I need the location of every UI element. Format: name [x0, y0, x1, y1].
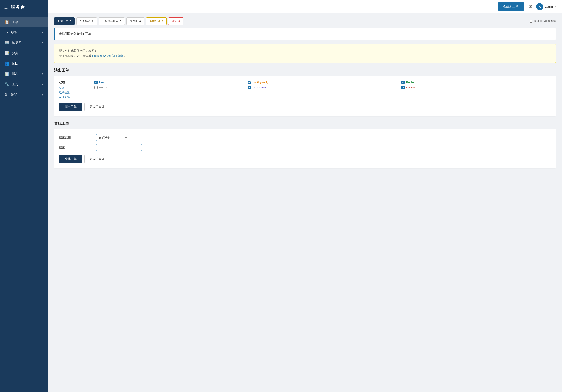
checkbox-inprogress[interactable] — [248, 86, 251, 89]
sidebar-item-templates[interactable]: 🗂 模板 ▾ — [0, 27, 48, 37]
sidebar-arrow-templates: ▾ — [42, 31, 43, 34]
mail-icon[interactable]: ✉ — [528, 4, 532, 9]
sidebar-label-reports: 报表 — [12, 72, 18, 76]
sidebar-item-left-settings: ⚙ 设置 — [5, 92, 17, 97]
welcome-after-link: 。 — [124, 54, 127, 58]
filter-tab-overdue[interactable]: 逾期 0 — [168, 17, 183, 25]
search-tickets-panel: 搜索范围 跟踪号码邮件名字主题消息 搜索 查找工单 更多的选择 — [54, 129, 556, 168]
search-input[interactable] — [96, 144, 142, 151]
status-checkbox-item-waiting[interactable]: Waiting reply — [248, 81, 397, 84]
sidebar-item-tickets[interactable]: 📋 工单 — [0, 17, 48, 27]
search-scope-row: 搜索范围 跟踪号码邮件名字主题消息 — [59, 134, 551, 141]
sidebar-item-left-team: 👥 团队 — [5, 61, 18, 66]
status-checkbox-item-replied[interactable]: Replied — [401, 81, 551, 84]
sidebar-arrow-knowledge: ▾ — [42, 41, 43, 44]
filter-tab-open[interactable]: 开放工单 0 — [54, 17, 75, 25]
sidebar-item-left-templates: 🗂 模板 — [5, 30, 17, 35]
filter-tab-assigned_me[interactable]: 分配给我 0 — [76, 17, 97, 25]
status-grid: 状态 全选 取消全选 全部切换 New Waiting reply Replie… — [59, 81, 551, 99]
filter-tab-count-assigned_others: 0 — [120, 20, 121, 23]
filter-tab-count-unassigned: 0 — [139, 20, 141, 23]
checkbox-label-inprogress: In Progress — [253, 86, 267, 89]
sidebar-icon-templates: 🗂 — [5, 30, 8, 35]
sidebar-label-knowledge: 知识库 — [12, 41, 22, 45]
welcome-box: 嗯，你好像是新来的。欢迎！ 为了帮助您开始，请查看 Hesk 在线快速入门指南 … — [54, 44, 556, 63]
filter-tab-count-due_soon: 0 — [162, 20, 163, 23]
filter-tab-count-open: 0 — [70, 20, 71, 23]
user-menu[interactable]: A admin ▾ — [536, 3, 556, 10]
status-checkbox-item-new[interactable]: New — [94, 81, 244, 84]
show-tickets-panel: 状态 全选 取消全选 全部切换 New Waiting reply Replie… — [54, 76, 556, 116]
sidebar-label-team: 团队 — [12, 62, 18, 66]
welcome-line1: 嗯，你好像是新来的。欢迎！ — [59, 48, 550, 53]
filter-tab-label-due_soon: 即将到期 — [150, 19, 160, 23]
sidebar-header: ☰ 服务台 — [0, 0, 48, 15]
sidebar-icon-settings: ⚙ — [5, 92, 8, 97]
content-area: 开放工单 0分配给我 0分配给其他人 0未分配 0即将到期 0逾期 0 自动重新… — [48, 13, 562, 392]
filter-tab-label-assigned_me: 分配给我 — [80, 19, 91, 23]
show-tickets-btn-row: 演出工单 更多的选择 — [59, 103, 551, 111]
auto-reload-label: 自动重新加载页面 — [534, 19, 556, 23]
filter-tab-label-overdue: 逾期 — [172, 19, 177, 23]
sidebar-label-tools: 工具 — [12, 83, 18, 86]
checkbox-label-resolved: Resolved — [99, 86, 110, 89]
sidebar-label-categories: 分类 — [12, 51, 18, 55]
sidebar-item-categories[interactable]: 📑 分类 — [0, 48, 48, 58]
search-more-button[interactable]: 更多的选择 — [84, 155, 109, 163]
status-checkboxes: New Waiting reply Replied Resolved In Pr… — [94, 81, 551, 89]
sidebar-icon-categories: 📑 — [5, 51, 9, 55]
checkbox-replied[interactable] — [401, 81, 405, 84]
search-btn-row: 查找工单 更多的选择 — [59, 155, 551, 163]
sidebar-arrow-reports: ▾ — [42, 72, 43, 75]
status-checkbox-item-onhold[interactable]: On Hold — [401, 86, 551, 89]
status-checkbox-item-resolved[interactable]: Resolved — [94, 86, 244, 89]
sidebar-item-tools[interactable]: 🔧 工具 ▾ — [0, 79, 48, 89]
empty-notice-text: 未找到符合您条件的工单 — [59, 32, 91, 35]
show-tickets-button[interactable]: 演出工单 — [59, 103, 82, 111]
sidebar-item-reports[interactable]: 📊 报表 ▾ — [0, 69, 48, 79]
sidebar-item-settings[interactable]: ⚙ 设置 ▾ — [0, 89, 48, 100]
sidebar-item-knowledge[interactable]: 📖 知识库 ▾ — [0, 37, 48, 48]
create-ticket-button[interactable]: 创建新工单 — [498, 2, 524, 11]
search-label: 搜索 — [59, 146, 92, 149]
search-input-row: 搜索 — [59, 144, 551, 151]
filter-tab-unassigned[interactable]: 未分配 0 — [127, 17, 144, 25]
scope-label: 搜索范围 — [59, 136, 92, 139]
welcome-before-link: 为了帮助您开始，请查看 — [59, 54, 91, 58]
checkbox-resolved[interactable] — [94, 86, 98, 89]
checkbox-new[interactable] — [94, 81, 98, 84]
search-tickets-button[interactable]: 查找工单 — [59, 155, 82, 163]
filter-tab-label-assigned_others: 分配给其他人 — [102, 19, 118, 23]
welcome-line2: 为了帮助您开始，请查看 Hesk 在线快速入门指南 。 — [59, 53, 550, 59]
checkbox-label-waiting: Waiting reply — [253, 81, 268, 84]
checkbox-waiting[interactable] — [248, 81, 251, 84]
sidebar-item-left-categories: 📑 分类 — [5, 51, 18, 55]
sidebar-nav: 📋 工单 🗂 模板 ▾ 📖 知识库 ▾ 📑 分类 👥 团队 📊 报表 — [0, 15, 48, 392]
show-tickets-more-button[interactable]: 更多的选择 — [84, 103, 109, 111]
avatar: A — [536, 3, 543, 10]
deselect-all-link[interactable]: 取消全选 — [59, 91, 92, 95]
filter-tab-assigned_others[interactable]: 分配给其他人 0 — [99, 17, 125, 25]
sidebar-arrow-tools: ▾ — [42, 83, 43, 86]
status-checkbox-item-inprogress[interactable]: In Progress — [248, 86, 397, 89]
status-label-group: 状态 全选 取消全选 全部切换 — [59, 81, 92, 99]
sidebar-icon-team: 👥 — [5, 61, 9, 66]
sidebar-icon-knowledge: 📖 — [5, 40, 9, 45]
sidebar-item-team[interactable]: 👥 团队 — [0, 58, 48, 69]
select-all-link[interactable]: 全选 — [59, 86, 92, 90]
auto-reload-checkbox[interactable] — [529, 20, 532, 23]
checkbox-label-new: New — [99, 81, 105, 84]
filter-tab-label-open: 开放工单 — [58, 19, 69, 23]
topbar: 创建新工单 ✉ A admin ▾ — [48, 0, 562, 13]
hesk-guide-link[interactable]: Hesk 在线快速入门指南 — [92, 54, 123, 58]
scope-select[interactable]: 跟踪号码邮件名字主题消息 — [96, 134, 129, 141]
main-area: 创建新工单 ✉ A admin ▾ 开放工单 0分配给我 0分配给其他人 0未分… — [48, 0, 562, 392]
toggle-all-link[interactable]: 全部切换 — [59, 95, 92, 99]
checkbox-onhold[interactable] — [401, 86, 405, 89]
filter-tab-due_soon[interactable]: 即将到期 0 — [146, 17, 167, 25]
checkbox-label-replied: Replied — [406, 81, 415, 84]
sidebar-label-settings: 设置 — [11, 93, 17, 97]
user-dropdown-arrow: ▾ — [554, 5, 556, 8]
sidebar-label-templates: 模板 — [11, 30, 17, 34]
menu-icon[interactable]: ☰ — [4, 5, 8, 10]
